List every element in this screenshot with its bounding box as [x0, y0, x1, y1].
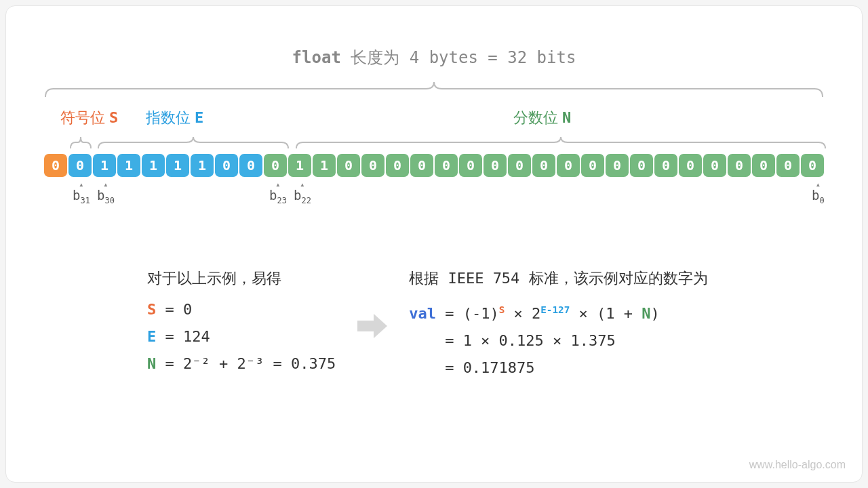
- frac-bit: 0: [264, 154, 287, 177]
- formula-line-1: val = (-1)S × 2E-127 × (1 + N): [409, 296, 707, 327]
- ptr-b31: ▴b31: [73, 181, 90, 205]
- ptr-b23: ▴b23: [269, 181, 287, 205]
- section-labels: 符号位S 指数位E 分数位N: [39, 108, 829, 128]
- frac-bit: 1: [288, 154, 311, 177]
- exp-bit: 1: [166, 154, 189, 177]
- s-line: S = 0: [147, 296, 336, 323]
- watermark: www.hello-algo.com: [749, 459, 846, 471]
- frac-bit: 0: [654, 154, 677, 177]
- right-derivation: 根据 IEEE 754 标准，该示例对应的数字为 val = (-1)S × 2…: [409, 265, 707, 382]
- arrow-icon: [356, 312, 389, 342]
- formula-line-2: = 1 × 0.125 × 1.375: [409, 327, 707, 354]
- title-keyword: float: [292, 48, 341, 67]
- frac-bit: 0: [435, 154, 458, 177]
- exp-bit: 1: [142, 154, 165, 177]
- frac-bit: 0: [508, 154, 531, 177]
- n-line: N = 2⁻² + 2⁻³ = 0.375: [147, 350, 336, 378]
- title-rest: 长度为 4 bytes = 32 bits: [341, 48, 576, 67]
- title: float 长度为 4 bytes = 32 bits: [39, 47, 829, 68]
- top-brace: [43, 81, 825, 98]
- frac-bit: 0: [606, 154, 629, 177]
- frac-bit: 1: [313, 154, 336, 177]
- ptr-b30: ▴b30: [97, 181, 115, 205]
- frac-bit: 0: [776, 154, 800, 177]
- exp-bit: 1: [191, 154, 214, 177]
- frac-bit: 0: [557, 154, 580, 177]
- sign-bit: 0: [44, 154, 67, 177]
- exp-bit: 0: [68, 154, 92, 177]
- label-sign: 符号位S: [60, 108, 118, 128]
- frac-bit: 0: [532, 154, 555, 177]
- frac-bit: 0: [410, 154, 433, 177]
- frac-bit: 0: [484, 154, 507, 177]
- exp-bit: 1: [117, 154, 140, 177]
- frac-bit: 0: [459, 154, 482, 177]
- frac-bit: 0: [581, 154, 604, 177]
- frac-bit: 0: [728, 154, 751, 177]
- formula-line-3: = 0.171875: [409, 354, 707, 382]
- exp-bit: 1: [93, 154, 116, 177]
- diagram-card: float 长度为 4 bytes = 32 bits 符号位S 指数位E 分数…: [5, 5, 863, 483]
- left-derivation: 对于以上示例，易得 S = 0 E = 124 N = 2⁻² + 2⁻³ = …: [147, 265, 336, 378]
- frac-bit: 0: [386, 154, 409, 177]
- frac-bit: 0: [361, 154, 384, 177]
- exp-bit: 0: [239, 154, 262, 177]
- frac-bit: 0: [752, 154, 775, 177]
- left-header: 对于以上示例，易得: [147, 265, 336, 292]
- bit-index-row: ▴b31 ▴b30 ▴b23 ▴b22 ▴b0: [39, 181, 829, 211]
- frac-bit: 0: [630, 154, 653, 177]
- ptr-b0: ▴b0: [812, 181, 825, 205]
- ptr-b22: ▴b22: [294, 181, 311, 205]
- label-exponent: 指数位E: [146, 108, 203, 128]
- frac-bit: 0: [703, 154, 726, 177]
- section-braces: [39, 135, 829, 150]
- lower-section: 对于以上示例，易得 S = 0 E = 124 N = 2⁻² + 2⁻³ = …: [39, 265, 829, 382]
- bit-row: 00111110001100000000000000000000: [39, 154, 829, 177]
- frac-bit: 0: [679, 154, 702, 177]
- e-line: E = 124: [147, 323, 336, 350]
- right-header: 根据 IEEE 754 标准，该示例对应的数字为: [409, 265, 707, 292]
- frac-bit: 0: [337, 154, 360, 177]
- label-fraction: 分数位N: [513, 108, 571, 128]
- frac-bit: 0: [801, 154, 824, 177]
- exp-bit: 0: [215, 154, 238, 177]
